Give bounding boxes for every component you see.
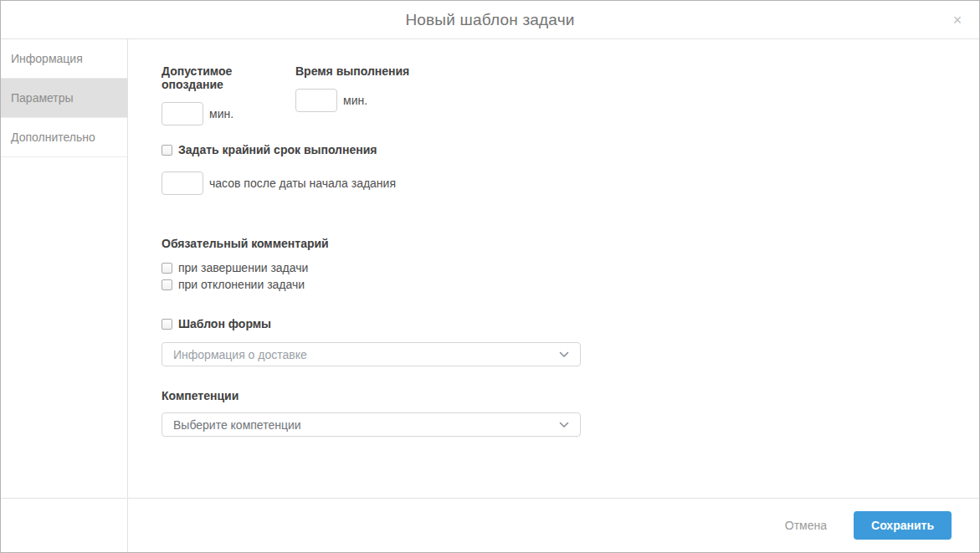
- deadline-hours-input[interactable]: [162, 172, 203, 195]
- allowed-delay-input[interactable]: [162, 102, 203, 125]
- competencies-label: Компетенции: [162, 389, 946, 402]
- comment-on-reject-label: при отклонении задачи: [178, 278, 305, 291]
- dialog-title: Новый шаблон задачи: [405, 11, 574, 29]
- execution-time-unit: мин.: [343, 94, 367, 107]
- comment-on-complete-row: при завершении задачи: [162, 261, 946, 274]
- tab-additional-label: Дополнительно: [11, 131, 95, 144]
- execution-time-label: Время выполнения: [295, 64, 429, 78]
- time-fields-row: Допустимое опоздание мин. Время выполнен…: [162, 64, 946, 125]
- form-template-checkbox[interactable]: [162, 319, 172, 330]
- allowed-delay-label: Допустимое опоздание: [162, 64, 295, 91]
- execution-time-group: Время выполнения мин.: [295, 64, 429, 125]
- dialog-sidebar: Информация Параметры Дополнительно: [1, 39, 128, 498]
- close-icon[interactable]: ×: [949, 12, 966, 28]
- allowed-delay-unit: мин.: [209, 107, 233, 120]
- new-task-template-dialog: Новый шаблон задачи × Информация Парамет…: [0, 0, 980, 553]
- dialog-footer: Отмена Сохранить: [128, 498, 979, 552]
- deadline-checkbox-row: Задать крайний срок выполнения: [162, 143, 946, 156]
- required-comment-label: Обязательный комментарий: [162, 237, 946, 250]
- tab-information[interactable]: Информация: [1, 39, 127, 79]
- tab-information-label: Информация: [11, 52, 83, 65]
- execution-time-input[interactable]: [295, 89, 337, 112]
- deadline-checkbox[interactable]: [162, 145, 172, 156]
- form-template-label: Шаблон формы: [178, 317, 271, 330]
- dialog-header: Новый шаблон задачи ×: [1, 1, 979, 39]
- comment-on-reject-row: при отклонении задачи: [162, 278, 946, 291]
- deadline-hours-row: часов после даты начала задания: [162, 172, 946, 195]
- chevron-down-icon: [559, 351, 569, 358]
- footer-sidebar-spacer: [1, 498, 128, 552]
- competencies-select-value: Выберите компетенции: [173, 418, 301, 432]
- save-button[interactable]: Сохранить: [854, 511, 952, 540]
- tab-parameters[interactable]: Параметры: [1, 79, 127, 118]
- form-template-select-value: Информация о доставке: [173, 348, 307, 361]
- tab-additional[interactable]: Дополнительно: [1, 118, 127, 157]
- form-template-checkbox-row: Шаблон формы: [162, 317, 946, 330]
- comment-on-complete-label: при завершении задачи: [178, 261, 308, 274]
- deadline-hours-suffix: часов после даты начала задания: [209, 177, 396, 190]
- comment-on-reject-checkbox[interactable]: [162, 279, 172, 290]
- tab-parameters-label: Параметры: [11, 91, 74, 105]
- cancel-button[interactable]: Отмена: [785, 519, 827, 532]
- allowed-delay-group: Допустимое опоздание мин.: [162, 64, 295, 125]
- parameters-panel: Допустимое опоздание мин. Время выполнен…: [128, 39, 979, 498]
- comment-on-complete-checkbox[interactable]: [162, 263, 172, 274]
- deadline-checkbox-label: Задать крайний срок выполнения: [178, 143, 377, 156]
- form-template-select[interactable]: Информация о доставке: [162, 342, 581, 366]
- competencies-select[interactable]: Выберите компетенции: [162, 412, 581, 437]
- chevron-down-icon: [559, 422, 569, 428]
